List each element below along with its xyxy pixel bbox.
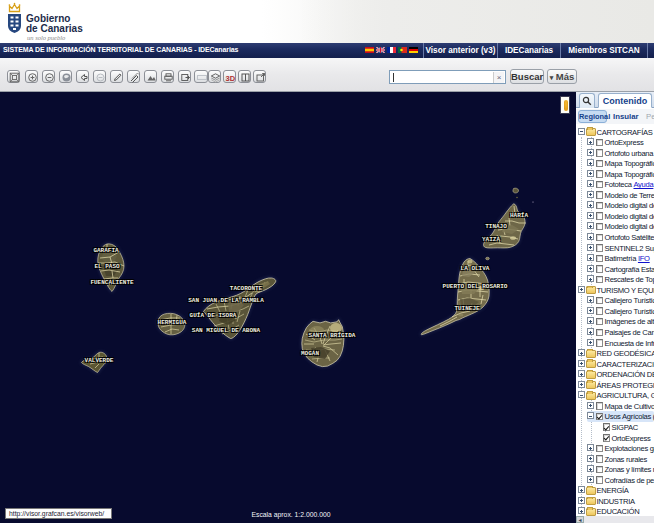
svg-text:un solo pueblo: un solo pueblo (27, 34, 66, 41)
svg-text:de Canarias: de Canarias (26, 23, 83, 34)
svg-text:3D: 3D (225, 74, 235, 83)
